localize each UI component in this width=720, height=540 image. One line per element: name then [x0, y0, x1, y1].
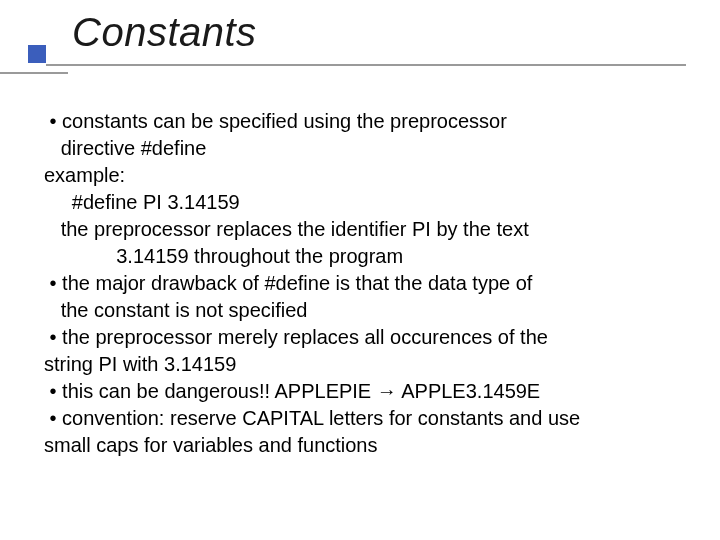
body-line-part: APPLE3.1459E	[397, 380, 540, 402]
title-underline-long	[46, 64, 686, 66]
slide-title: Constants	[72, 10, 720, 55]
body-line: 3.14159 throughout the program	[44, 243, 684, 270]
body-line: the preprocessor replaces the identifier…	[44, 216, 684, 243]
slide: Constants • constants can be specified u…	[0, 0, 720, 540]
body-line: • the preprocessor merely replaces all o…	[44, 324, 684, 351]
arrow-icon: →	[377, 380, 397, 402]
title-accent-square	[28, 45, 46, 63]
body-line: • this can be dangerous!! APPLEPIE → APP…	[44, 378, 684, 405]
body-line: #define PI 3.14159	[44, 189, 684, 216]
body-text: • constants can be specified using the p…	[44, 108, 684, 459]
body-line: directive #define	[44, 135, 684, 162]
body-line: small caps for variables and functions	[44, 432, 684, 459]
title-area: Constants	[0, 0, 720, 55]
body-line-part: • this can be dangerous!! APPLEPIE	[44, 380, 377, 402]
body-line: • the major drawback of #define is that …	[44, 270, 684, 297]
body-line: the constant is not specified	[44, 297, 684, 324]
body-line: • constants can be specified using the p…	[44, 108, 684, 135]
title-underline-short	[0, 72, 68, 74]
body-line: string PI with 3.14159	[44, 351, 684, 378]
body-line: example:	[44, 162, 684, 189]
body-line: • convention: reserve CAPITAL letters fo…	[44, 405, 684, 432]
